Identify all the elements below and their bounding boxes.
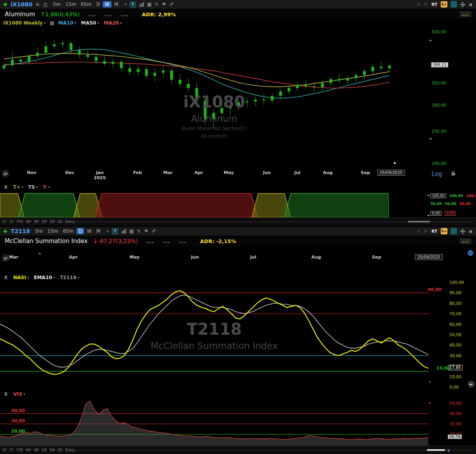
realtime-badge[interactable]: RT: [432, 2, 438, 7]
collapsed-field[interactable]: ...: [163, 238, 170, 244]
price-chart-area[interactable]: iX1080 Aluminum Basic Materials Sector(C…: [0, 19, 476, 169]
flag-outline-icon[interactable]: ⚐: [424, 2, 428, 7]
range-6m[interactable]: 6M: [26, 448, 31, 452]
timeframe-m[interactable]: M: [94, 228, 102, 234]
splus-badge[interactable]: S+: [441, 228, 447, 234]
symbol-ticker[interactable]: iX1080: [11, 1, 33, 8]
range-6m[interactable]: 6M: [26, 220, 31, 224]
range-1y[interactable]: 1Y: [10, 448, 14, 452]
range-ytd[interactable]: YTD: [16, 220, 23, 224]
move-window-icon[interactable]: [460, 229, 465, 234]
pan-hand-icon[interactable]: [43, 2, 48, 7]
range-5y[interactable]: 5Y: [2, 448, 7, 452]
add-window-icon[interactable]: ✚: [3, 229, 8, 234]
panel-menu-button[interactable]: ...: [460, 238, 471, 244]
timeframe-65m[interactable]: 65m: [61, 228, 76, 234]
scrollbar-track[interactable]: [52, 450, 472, 450]
timeframe-15m[interactable]: 15m: [46, 228, 60, 234]
summation-line-chart[interactable]: [0, 282, 428, 387]
legend-item-ma20[interactable]: MA20▾: [104, 20, 122, 26]
timeframe-15m[interactable]: 15m: [63, 1, 78, 8]
timeframe-dropdown-icon[interactable]: ▾: [125, 3, 127, 6]
lock-icon[interactable]: [451, 170, 455, 177]
log-scale-toggle[interactable]: Log: [432, 170, 442, 178]
grid-settings-icon[interactable]: ▦: [129, 229, 134, 234]
legend-grid-icon[interactable]: ▦: [50, 21, 54, 25]
timeframe-m[interactable]: M: [112, 1, 120, 8]
range-3m[interactable]: 3M: [34, 220, 39, 224]
time-axis[interactable]: ⇄ NovDecJan2025FebMarAprMayJunJulAugSep …: [0, 169, 476, 181]
flag-outline-icon[interactable]: ⚐: [424, 229, 428, 234]
grid-settings-icon[interactable]: ▦: [147, 2, 152, 7]
legend-item-t2118[interactable]: T2118▾: [60, 275, 79, 280]
legend-item-tminus[interactable]: T-▾: [42, 184, 50, 190]
timeframe-5m[interactable]: 5m: [33, 228, 44, 234]
range-ytd[interactable]: YTD: [16, 448, 23, 452]
range-1m[interactable]: 1M: [42, 448, 47, 452]
timeframe-d[interactable]: D: [94, 1, 102, 8]
trend-band-chart[interactable]: [0, 193, 389, 217]
legend-item-ma50[interactable]: MA50▾: [81, 20, 99, 26]
timeframe-w[interactable]: W: [103, 1, 111, 8]
remove-indicator-button[interactable]: X: [4, 184, 8, 190]
draw-pencil-icon[interactable]: ✎: [155, 2, 159, 7]
remove-indicator-button[interactable]: X: [4, 275, 8, 280]
favorite-star-icon[interactable]: ☆: [416, 2, 421, 7]
scrollbar-thumb[interactable]: [427, 449, 445, 451]
range-5y[interactable]: 5Y: [2, 220, 7, 224]
share-icon[interactable]: [152, 229, 157, 234]
realtime-badge[interactable]: RT: [432, 229, 438, 234]
tc-tool-icon[interactable]: T: [130, 2, 136, 8]
scroll-right-button[interactable]: ►: [468, 381, 475, 388]
timeframe-d[interactable]: D: [77, 228, 84, 234]
candlestick-chart[interactable]: [0, 19, 428, 169]
draw-pencil-icon[interactable]: ✎: [137, 229, 141, 234]
close-window-icon[interactable]: ×: [468, 229, 473, 234]
price-axis[interactable]: ◄ ◄ 500,00350,00300,00250,00200,00395,11: [430, 19, 476, 169]
legend-item-vix[interactable]: VIX▾: [13, 391, 25, 397]
flag-tool-icon[interactable]: ⚑: [162, 2, 166, 7]
range-1m[interactable]: 1M: [42, 220, 47, 224]
globe-icon[interactable]: [467, 250, 474, 257]
flag-tool-icon[interactable]: ⚑: [144, 229, 148, 234]
vix-area-chart[interactable]: [0, 398, 428, 446]
close-window-icon[interactable]: ×: [468, 2, 473, 7]
symbol-ticker[interactable]: T2118: [11, 228, 30, 234]
vix-chart-area[interactable]: ◄ 50,0040,0030,0020,0016,74 40,0030,0020…: [0, 398, 476, 446]
legend-item-tplus[interactable]: T+▾: [13, 184, 23, 190]
timeframe-5m[interactable]: 5m: [51, 1, 63, 8]
favorite-star-icon[interactable]: ☆: [416, 229, 421, 234]
share-icon[interactable]: [169, 2, 175, 7]
collapsed-field[interactable]: ...: [146, 238, 154, 244]
collapsed-field[interactable]: ...: [88, 11, 96, 17]
watchlist-icon[interactable]: ≡: [35, 2, 39, 7]
summation-chart-area[interactable]: T2118 McClellan Summation Index ◄ ► 100,…: [0, 282, 476, 387]
legend-item-ma10[interactable]: MA10▾: [58, 20, 76, 26]
tc-tool-icon[interactable]: T: [112, 228, 118, 234]
panel-menu-button[interactable]: ...: [460, 11, 471, 17]
timeframe-dropdown-icon[interactable]: ▾: [107, 230, 109, 233]
indicator-bars-icon[interactable]: [139, 2, 144, 7]
link-badge[interactable]: [451, 228, 457, 234]
range-1y[interactable]: 1Y: [10, 220, 14, 224]
vix-axis[interactable]: ◄ 50,0040,0030,0020,0016,74: [430, 398, 476, 446]
legend-item-ts[interactable]: TS▾: [28, 184, 38, 190]
value-axis[interactable]: ◄ ► 100,0090,0080,0070,0060,0050,0040,00…: [430, 282, 476, 387]
legend-item-ema10[interactable]: EMA10▾: [34, 275, 55, 280]
series-title-dropdown[interactable]: iX1080 Weekly▾: [3, 20, 46, 26]
indicator-bars-icon[interactable]: [121, 229, 126, 234]
collapsed-field[interactable]: ...: [121, 11, 129, 17]
remove-indicator-button[interactable]: X: [4, 391, 8, 397]
time-axis[interactable]: ⇄ ▲ MarAprMayJunJulAugSep 25/09/2025: [0, 253, 476, 266]
link-badge[interactable]: [451, 1, 457, 8]
move-window-icon[interactable]: [460, 2, 465, 7]
timeframe-65m[interactable]: 65m: [79, 1, 94, 8]
splus-badge[interactable]: S+: [441, 1, 447, 8]
add-window-icon[interactable]: ✚: [3, 2, 8, 7]
trend-band-panel[interactable]: ◄ ◄ 100,00100,00100,0050,0050,0050,000,0…: [0, 193, 476, 217]
scroll-down-icon[interactable]: ▼: [447, 449, 450, 452]
collapsed-field[interactable]: ...: [105, 11, 112, 17]
range-3m[interactable]: 3M: [34, 448, 39, 452]
collapsed-field[interactable]: ...: [179, 238, 186, 244]
timeframe-w[interactable]: W: [85, 228, 94, 234]
